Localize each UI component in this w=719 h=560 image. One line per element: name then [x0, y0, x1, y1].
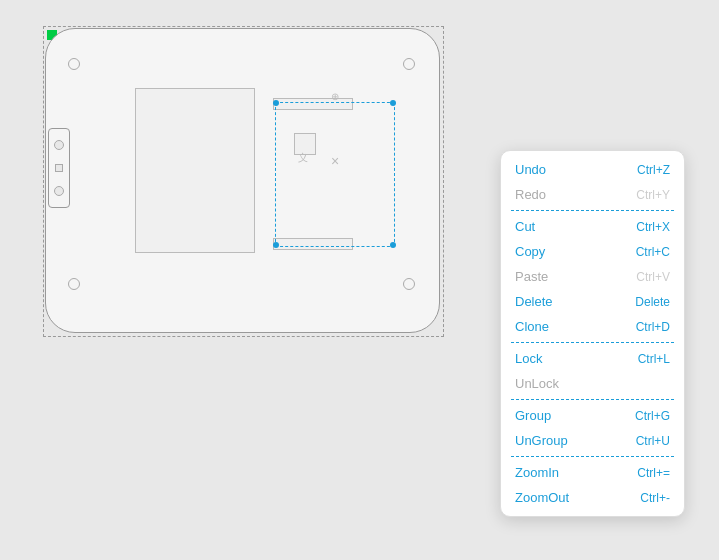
x-mark: × — [331, 153, 339, 169]
menu-label-unlock: UnLock — [515, 376, 559, 391]
menu-label-ungroup: UnGroup — [515, 433, 568, 448]
menu-divider-divider-3 — [511, 399, 674, 400]
context-menu: UndoCtrl+ZRedoCtrl+YCutCtrl+XCopyCtrl+CP… — [500, 150, 685, 517]
menu-label-group: Group — [515, 408, 551, 423]
menu-item-group[interactable]: GroupCtrl+G — [501, 403, 684, 428]
device-inner-label: 义 — [298, 151, 308, 165]
menu-label-undo: Undo — [515, 162, 546, 177]
menu-shortcut-zoomin: Ctrl+= — [637, 466, 670, 480]
menu-item-copy[interactable]: CopyCtrl+C — [501, 239, 684, 264]
handle-dot-bl[interactable] — [273, 242, 279, 248]
inner-selection-box: ⊕ × 义 ⛏ — [275, 102, 395, 247]
menu-label-lock: Lock — [515, 351, 542, 366]
menu-item-delete[interactable]: DeleteDelete — [501, 289, 684, 314]
menu-label-cut: Cut — [515, 219, 535, 234]
menu-divider-divider-4 — [511, 456, 674, 457]
menu-item-cut[interactable]: CutCtrl+X — [501, 214, 684, 239]
menu-label-copy: Copy — [515, 244, 545, 259]
menu-item-redo[interactable]: RedoCtrl+Y — [501, 182, 684, 207]
menu-shortcut-paste: Ctrl+V — [636, 270, 670, 284]
menu-shortcut-clone: Ctrl+D — [636, 320, 670, 334]
handle-dot-tl[interactable] — [273, 100, 279, 106]
menu-item-clone[interactable]: CloneCtrl+D — [501, 314, 684, 339]
menu-shortcut-copy: Ctrl+C — [636, 245, 670, 259]
menu-item-zoomin[interactable]: ZoomInCtrl+= — [501, 460, 684, 485]
menu-item-zoomout[interactable]: ZoomOutCtrl+- — [501, 485, 684, 510]
menu-item-paste[interactable]: PasteCtrl+V — [501, 264, 684, 289]
menu-shortcut-redo: Ctrl+Y — [636, 188, 670, 202]
connector-rect — [55, 164, 63, 172]
menu-item-lock[interactable]: LockCtrl+L — [501, 346, 684, 371]
menu-shortcut-zoomout: Ctrl+- — [640, 491, 670, 505]
menu-label-zoomin: ZoomIn — [515, 465, 559, 480]
menu-divider-divider-2 — [511, 342, 674, 343]
menu-shortcut-undo: Ctrl+Z — [637, 163, 670, 177]
menu-divider-divider-1 — [511, 210, 674, 211]
left-connector — [48, 128, 70, 208]
corner-circle-tr — [403, 58, 415, 70]
handle-dot-tr[interactable] — [390, 100, 396, 106]
menu-item-undo[interactable]: UndoCtrl+Z — [501, 157, 684, 182]
menu-shortcut-cut: Ctrl+X — [636, 220, 670, 234]
menu-label-clone: Clone — [515, 319, 549, 334]
menu-label-delete: Delete — [515, 294, 553, 309]
menu-shortcut-delete: Delete — [635, 295, 670, 309]
canvas: ⊕ × 义 ⛏ UndoCtrl+ZRedoCtrl+YCutCtrl+XCop… — [0, 0, 719, 560]
menu-item-unlock[interactable]: UnLock — [501, 371, 684, 396]
menu-shortcut-ungroup: Ctrl+U — [636, 434, 670, 448]
connector-hole-2 — [54, 186, 64, 196]
connector-hole-1 — [54, 140, 64, 150]
large-component-rect — [135, 88, 255, 253]
pin-icon: ⊕ — [331, 91, 339, 102]
menu-label-redo: Redo — [515, 187, 546, 202]
menu-label-paste: Paste — [515, 269, 548, 284]
corner-circle-tl — [68, 58, 80, 70]
menu-shortcut-group: Ctrl+G — [635, 409, 670, 423]
corner-circle-br — [403, 278, 415, 290]
corner-circle-bl — [68, 278, 80, 290]
menu-label-zoomout: ZoomOut — [515, 490, 569, 505]
menu-shortcut-lock: Ctrl+L — [638, 352, 670, 366]
menu-item-ungroup[interactable]: UnGroupCtrl+U — [501, 428, 684, 453]
handle-dot-br[interactable] — [390, 242, 396, 248]
